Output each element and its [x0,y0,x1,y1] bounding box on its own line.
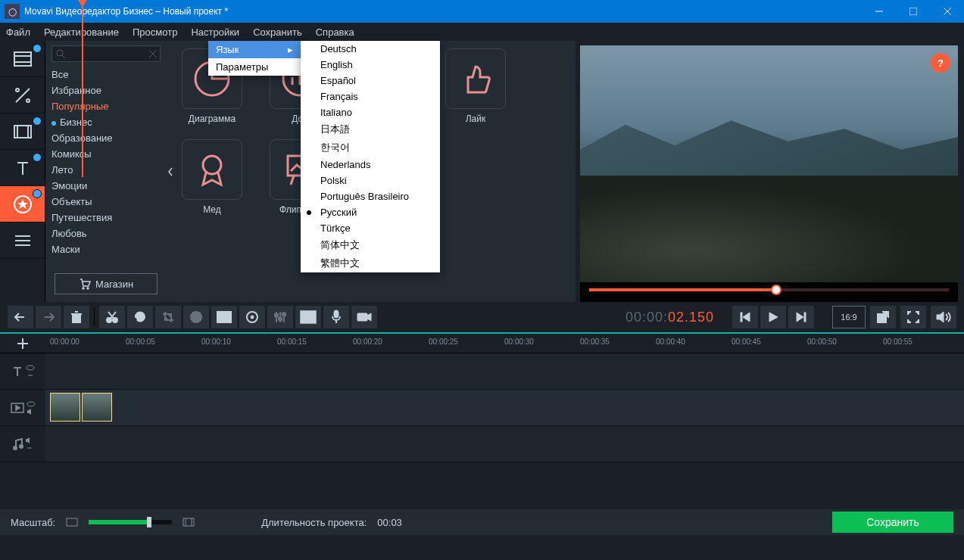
language-option[interactable]: Русский [301,204,440,220]
menu-view[interactable]: Просмотр [133,26,177,38]
color-button[interactable] [183,306,209,328]
menu-settings[interactable]: Настройки [191,26,239,38]
svg-rect-56 [282,313,285,316]
eye-icon[interactable] [27,401,36,407]
category-item[interactable]: Комиксы [51,146,161,162]
timeline-empty[interactable] [0,462,964,509]
language-option[interactable]: 简体中文 [301,236,440,254]
tool-filters[interactable] [0,77,45,114]
tool-stickers[interactable] [0,186,45,222]
tool-transitions[interactable] [0,114,45,150]
language-option[interactable]: Nederlands [301,157,440,173]
add-track-button[interactable] [0,334,45,353]
settings-language[interactable]: Язык ▸ [208,41,301,58]
mic-button[interactable] [323,306,349,328]
window-title: Movavi Видеоредактор Бизнес – Новый прое… [24,6,228,17]
maximize-button[interactable] [896,0,930,23]
timeline-ruler[interactable]: 00:00:0000:00:0500:00:1000:00:1500:00:20… [0,334,964,353]
ruler-mark: 00:00:50 [807,338,837,346]
category-item[interactable]: Образование [51,130,161,146]
language-option[interactable]: English [301,57,440,73]
minimize-button[interactable] [862,0,896,23]
save-button[interactable]: Сохранить [832,512,953,533]
svg-rect-60 [357,313,367,321]
image-button[interactable] [211,306,237,328]
mute-icon[interactable] [27,409,36,415]
category-item[interactable]: Все [51,67,161,82]
asset-tile[interactable]: Лайк [438,48,513,124]
eye-icon[interactable] [26,365,35,371]
zoom-slider[interactable] [89,520,172,524]
category-item[interactable]: Популярные [51,98,161,114]
svg-point-24 [83,288,84,289]
settings-button[interactable] [239,306,265,328]
close-button[interactable] [930,0,964,23]
search-input[interactable] [51,45,161,62]
rotate-button[interactable] [127,306,153,328]
undo-button[interactable] [8,306,33,328]
play-button[interactable] [760,306,786,328]
fullscreen-button[interactable] [900,306,926,328]
link-icon[interactable] [25,445,34,451]
category-item[interactable]: Объекты [51,194,161,210]
category-item[interactable]: Избранное [51,82,161,98]
seek-handle[interactable] [771,285,781,295]
svg-line-7 [16,89,30,102]
tool-titles[interactable] [0,150,45,186]
svg-marker-63 [743,313,750,322]
link-icon[interactable] [26,372,35,378]
language-option[interactable]: Français [301,89,440,104]
volume-button[interactable] [931,306,956,328]
zoom-out-icon[interactable] [66,518,78,527]
language-option[interactable]: 한국어 [301,138,440,157]
menu-file[interactable]: Файл [6,26,30,38]
language-option[interactable]: Italiano [301,104,440,120]
next-button[interactable] [788,306,814,328]
language-option[interactable]: 繁體中文 [301,254,440,272]
tile-label: Мед [174,204,250,215]
category-item[interactable]: Маски [51,241,161,257]
settings-language-label: Язык [216,44,239,55]
zoom-in-icon[interactable] [183,518,195,527]
camera-button[interactable] [351,306,377,328]
detach-button[interactable] [870,306,896,328]
crop-button[interactable] [155,306,181,328]
language-option[interactable]: Polski [301,173,440,188]
preview-video[interactable]: ? [580,45,958,282]
ruler-mark: 00:00:35 [580,338,610,346]
help-button[interactable]: ? [931,53,950,73]
video-clip[interactable] [82,393,112,422]
playhead[interactable] [82,0,83,177]
language-option[interactable]: Português Brasileiro [301,188,440,204]
redo-button[interactable] [36,306,61,328]
category-item[interactable]: Эмоции [51,178,161,194]
category-item[interactable]: Бизнес [51,114,161,130]
category-item[interactable]: Любовь [51,226,161,241]
asset-tile[interactable]: Мед [174,139,250,215]
menu-help[interactable]: Справка [316,26,354,38]
shop-button[interactable]: Магазин [55,273,158,294]
category-item[interactable]: Путешествия [51,210,161,226]
language-option[interactable]: Español [301,73,440,89]
aspect-ratio[interactable]: 16:9 [832,306,866,328]
prev-button[interactable] [732,306,758,328]
mute-icon[interactable] [25,437,34,443]
tool-more[interactable] [0,222,45,259]
delete-button[interactable] [64,306,89,328]
language-option[interactable]: Türkçe [301,220,440,236]
category-item[interactable]: Лето [51,162,161,178]
cut-button[interactable] [99,306,125,328]
clear-search-icon[interactable] [149,47,157,61]
record-button[interactable]: REC [295,306,321,328]
language-option[interactable]: 日本語 [301,120,440,138]
mixer-button[interactable] [267,306,293,328]
svg-marker-65 [797,313,803,322]
collapse-handle[interactable] [167,154,174,189]
video-clip[interactable] [50,393,80,422]
tool-media[interactable] [0,41,45,77]
seek-bar[interactable] [580,282,958,302]
menu-save[interactable]: Сохранить [253,26,302,38]
svg-marker-76 [16,406,20,410]
language-option[interactable]: Deutsch [301,41,440,57]
settings-params[interactable]: Параметры [208,58,301,76]
